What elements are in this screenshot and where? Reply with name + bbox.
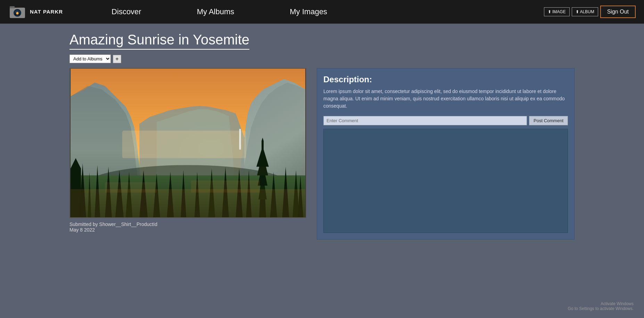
- submitted-by: Submitted by Shower__Shirt__ProductId: [69, 221, 306, 227]
- main-photo: [69, 68, 306, 218]
- add-album-button[interactable]: +: [113, 55, 121, 63]
- image-meta: Submitted by Shower__Shirt__ProductId Ma…: [69, 221, 306, 233]
- submission-date: May 8 2022: [69, 227, 306, 233]
- nav-links: Discover My Albums My Images: [84, 7, 544, 16]
- signout-button[interactable]: Sign Out: [600, 6, 636, 18]
- svg-rect-48: [105, 182, 157, 193]
- svg-rect-1: [10, 6, 15, 8]
- logo-icon: [8, 3, 26, 21]
- image-section: Submitted by Shower__Shirt__ProductId Ma…: [69, 68, 306, 233]
- nav-discover[interactable]: Discover: [84, 7, 169, 16]
- navbar: NAT PARKR Discover My Albums My Images ⬆…: [0, 0, 644, 24]
- post-comment-button[interactable]: Post Comment: [529, 116, 568, 125]
- nav-my-images[interactable]: My Images: [262, 7, 355, 16]
- svg-rect-49: [191, 181, 260, 193]
- description-title: Description:: [323, 75, 568, 84]
- add-to-albums-select[interactable]: Add to Albums Album 1 Album 2 Album 3: [69, 55, 111, 63]
- logo-area[interactable]: NAT PARKR: [8, 3, 63, 21]
- watermark-line1: Activate Windows: [568, 301, 634, 306]
- upload-album-button[interactable]: ⬆ ALBUM: [572, 7, 598, 16]
- comments-area[interactable]: [323, 129, 568, 233]
- upload-image-button[interactable]: ⬆ IMAGE: [544, 7, 570, 16]
- app-name: NAT PARKR: [30, 9, 63, 15]
- content-row: Submitted by Shower__Shirt__ProductId Ma…: [69, 68, 575, 240]
- comment-row: Post Comment: [323, 116, 568, 125]
- nav-my-albums[interactable]: My Albums: [169, 7, 262, 16]
- right-panel: Description: Lorem ipsum dolor sit amet,…: [317, 68, 575, 240]
- svg-point-7: [17, 12, 18, 14]
- main-content: Amazing Sunrise in Yosemite Add to Album…: [0, 24, 644, 253]
- svg-rect-18: [240, 129, 241, 148]
- svg-rect-16: [122, 131, 246, 158]
- album-controls: Add to Albums Album 1 Album 2 Album 3 +: [69, 55, 575, 63]
- watermark-line2: Go to Settings to activate Windows.: [568, 306, 634, 311]
- description-text: Lorem ipsum dolor sit amet, consectetur …: [323, 88, 568, 110]
- nav-right: ⬆ IMAGE ⬆ ALBUM Sign Out: [544, 6, 636, 18]
- page-title: Amazing Sunrise in Yosemite: [69, 32, 249, 50]
- svg-rect-47: [71, 189, 305, 217]
- comment-input[interactable]: [323, 116, 527, 125]
- yosemite-image: [70, 69, 306, 217]
- windows-watermark: Activate Windows Go to Settings to activ…: [568, 301, 634, 311]
